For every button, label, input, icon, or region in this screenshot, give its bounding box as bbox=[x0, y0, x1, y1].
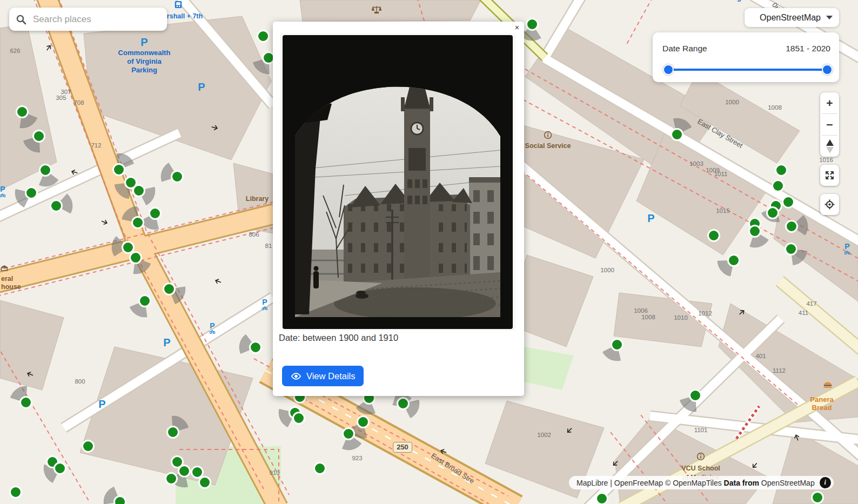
photo-marker[interactable] bbox=[612, 339, 623, 351]
photo-marker[interactable] bbox=[115, 496, 126, 504]
photo-marker[interactable] bbox=[33, 131, 45, 142]
photo-marker[interactable] bbox=[164, 284, 175, 295]
photo-marker[interactable] bbox=[596, 493, 608, 504]
photo-marker[interactable] bbox=[783, 197, 794, 208]
date-range-slider[interactable] bbox=[663, 64, 828, 76]
info-icon[interactable]: i bbox=[820, 477, 831, 488]
photo-marker[interactable] bbox=[812, 492, 823, 503]
attribution-link[interactable]: MapLibre bbox=[577, 479, 608, 487]
photo-date-caption: Date: between 1900 and 1910 bbox=[279, 333, 398, 343]
photo-marker[interactable] bbox=[17, 106, 28, 118]
photo-marker[interactable] bbox=[293, 413, 305, 424]
photo-marker[interactable] bbox=[767, 207, 779, 219]
photo-marker[interactable] bbox=[728, 255, 740, 266]
photo-marker[interactable] bbox=[258, 31, 269, 42]
photo-marker[interactable] bbox=[199, 477, 211, 488]
photo-marker[interactable] bbox=[172, 171, 183, 183]
search-box[interactable] bbox=[9, 8, 167, 31]
basemap-selector[interactable]: OpenStreetMap bbox=[745, 8, 839, 27]
photo-marker[interactable] bbox=[749, 226, 761, 237]
photo-marker[interactable] bbox=[250, 342, 262, 353]
zoom-in-button[interactable]: + bbox=[820, 92, 839, 113]
photo-marker[interactable] bbox=[773, 180, 784, 192]
photo-popup: × bbox=[273, 22, 524, 396]
photo-marker[interactable] bbox=[123, 242, 134, 253]
photo-marker[interactable] bbox=[179, 466, 190, 477]
photo-marker[interactable] bbox=[358, 416, 369, 428]
photo-marker[interactable] bbox=[139, 295, 151, 307]
attribution-link[interactable]: OpenFreeMap bbox=[614, 479, 663, 487]
eye-icon bbox=[291, 372, 301, 380]
photo-marker[interactable] bbox=[527, 19, 538, 30]
photo-marker[interactable] bbox=[150, 208, 161, 219]
photo-marker[interactable] bbox=[83, 441, 94, 452]
search-input[interactable] bbox=[32, 14, 160, 25]
geolocate-button[interactable] bbox=[820, 194, 839, 215]
photo-marker[interactable] bbox=[398, 398, 409, 409]
geolocate-control bbox=[820, 194, 839, 215]
attribution-part: | bbox=[608, 479, 614, 487]
photo-marker[interactable] bbox=[40, 165, 51, 176]
photo-marker[interactable] bbox=[343, 428, 354, 440]
photo-marker[interactable] bbox=[130, 252, 142, 264]
photo-marker[interactable] bbox=[192, 467, 203, 478]
slider-track[interactable] bbox=[668, 69, 824, 71]
fullscreen-control bbox=[820, 165, 839, 186]
attribution-text: MapLibre | OpenFreeMap © OpenMapTiles Da… bbox=[577, 479, 815, 487]
zoom-control-group: + − bbox=[820, 92, 839, 157]
photo-marker[interactable] bbox=[21, 397, 32, 408]
view-details-label: View Details bbox=[306, 371, 355, 381]
photo-marker[interactable] bbox=[708, 230, 720, 241]
photo-marker[interactable] bbox=[167, 427, 179, 438]
geolocate-icon bbox=[825, 199, 835, 210]
basemap-selector-value: OpenStreetMap bbox=[760, 13, 821, 23]
photo-marker[interactable] bbox=[672, 129, 683, 140]
map-attribution: MapLibre | OpenFreeMap © OpenMapTiles Da… bbox=[569, 476, 834, 489]
photo-marker[interactable] bbox=[776, 165, 787, 176]
photo-marker[interactable] bbox=[113, 164, 125, 176]
photo-marker[interactable] bbox=[786, 244, 797, 255]
date-range-value: 1851 - 2020 bbox=[786, 44, 830, 53]
photo-marker[interactable] bbox=[55, 463, 66, 474]
fullscreen-button[interactable] bbox=[820, 165, 839, 186]
attribution-link[interactable]: OpenMapTiles bbox=[673, 479, 722, 487]
photo-marker[interactable] bbox=[132, 217, 144, 229]
plus-icon: + bbox=[826, 97, 833, 109]
attribution-link[interactable]: OpenStreetMap bbox=[761, 479, 815, 487]
chevron-down-icon bbox=[826, 16, 833, 19]
date-slider-max-thumb[interactable] bbox=[822, 64, 833, 75]
compass-button[interactable] bbox=[820, 136, 839, 157]
zoom-out-button[interactable]: − bbox=[820, 114, 839, 135]
photo-marker[interactable] bbox=[10, 487, 22, 498]
minus-icon: − bbox=[826, 119, 833, 130]
compass-icon bbox=[826, 139, 834, 153]
attribution-part: © bbox=[663, 479, 673, 487]
photo-marker[interactable] bbox=[314, 463, 326, 474]
photo-marker[interactable] bbox=[133, 185, 145, 197]
photo-marker[interactable] bbox=[51, 200, 62, 212]
photo-marker[interactable] bbox=[166, 473, 177, 485]
view-details-button[interactable]: View Details bbox=[282, 366, 364, 386]
attribution-part: Data from bbox=[724, 479, 759, 487]
photo-marker[interactable] bbox=[690, 390, 701, 401]
photo-marker[interactable] bbox=[786, 221, 797, 232]
popup-close-button[interactable]: × bbox=[513, 23, 521, 32]
date-range-panel: Date Range 1851 - 2020 bbox=[653, 32, 839, 82]
date-range-title: Date Range bbox=[662, 44, 707, 53]
historic-photo bbox=[280, 33, 515, 331]
date-slider-min-thumb[interactable] bbox=[663, 64, 674, 75]
search-icon bbox=[16, 14, 26, 25]
photo-marker[interactable] bbox=[26, 187, 37, 199]
fullscreen-icon bbox=[825, 170, 835, 180]
